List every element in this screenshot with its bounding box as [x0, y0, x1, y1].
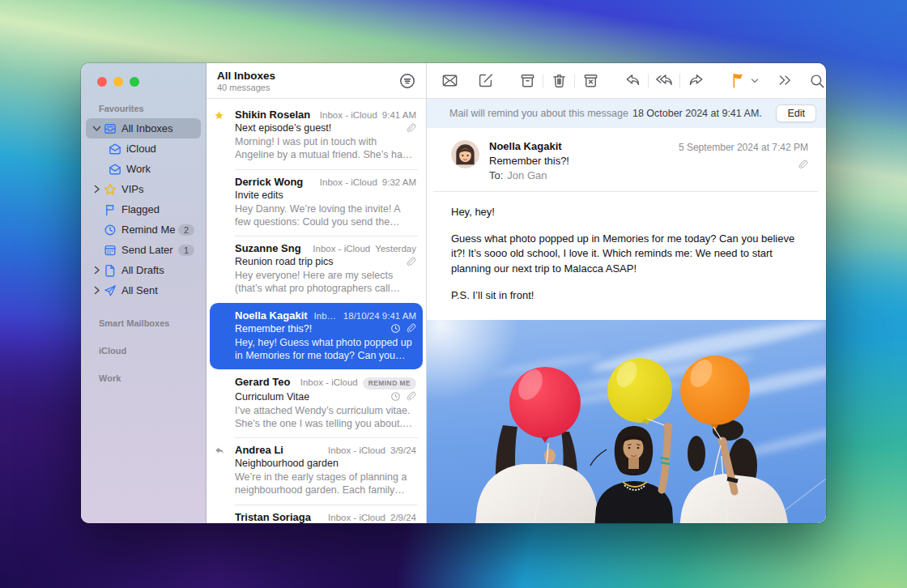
flag-outline-icon: [102, 202, 118, 217]
star-filled-icon: [214, 110, 230, 121]
reply-arrow-icon: [214, 445, 230, 456]
message-row-top: Noella KagakitInbox - iCloud18/10/24 9:4…: [235, 309, 416, 322]
paperclip-icon: [406, 123, 416, 134]
more-icon: [777, 72, 794, 89]
junk-icon: [581, 71, 600, 90]
message-time: 2/9/24: [390, 513, 416, 522]
message-sender: Derrick Wong: [235, 176, 303, 188]
sidebar-item-all-sent[interactable]: All Sent: [86, 280, 201, 300]
message-subject-icons: [390, 391, 416, 402]
remind-me-badge: REMIND ME: [363, 377, 416, 390]
toolbar-separator: [679, 74, 680, 88]
reply-all-icon: [655, 71, 674, 90]
calendar-icon: [102, 243, 118, 258]
reminder-date: 18 October 2024 at 9:41 AM.: [632, 108, 762, 119]
mailbox-sidebar: FavouritesAll InboxesiCloudWorkVIPsFlagg…: [81, 63, 207, 523]
message-rows: Shikin RoselanInbox - iCloud9:41 AMNext …: [207, 99, 426, 523]
message-time: 9:32 AM: [382, 177, 416, 187]
message-sender: Noella Kagakit: [235, 309, 308, 322]
sidebar-item-remind-me[interactable]: Remind Me2: [86, 219, 201, 240]
chevron-right-icon[interactable]: [91, 266, 102, 275]
chevron-right-icon[interactable]: [91, 286, 102, 295]
message-preview: We’re in the early stages of planning a …: [235, 471, 416, 497]
message-row-top: Derrick WongInbox - iCloud9:32 AM: [235, 176, 416, 188]
message-list-header: All Inboxes 40 messages: [207, 63, 426, 99]
edit-reminder-button[interactable]: Edit: [776, 104, 816, 122]
message-preview: Hey Danny. We’re loving the invite! A fe…: [235, 202, 416, 229]
more-button[interactable]: [773, 69, 796, 93]
message-row[interactable]: Shikin RoselanInbox - iCloud9:41 AMNext …: [207, 102, 426, 169]
reminder-text: Mail will remind you about this message: [449, 108, 628, 119]
sidebar-item-flagged[interactable]: Flagged: [86, 199, 201, 219]
clock-icon: [102, 223, 118, 237]
message-preview: Hey everyone! Here are my selects (that’…: [235, 269, 416, 296]
mail-window: FavouritesAll InboxesiCloudWorkVIPsFlagg…: [81, 63, 826, 523]
message-row[interactable]: Noella KagakitInbox - iCloud18/10/24 9:4…: [210, 303, 423, 370]
search-button[interactable]: [806, 69, 826, 93]
message-subject: Remember this?!: [235, 323, 384, 334]
paperclip-icon: [798, 160, 808, 170]
chevron-right-icon[interactable]: [91, 185, 102, 194]
body-paragraph: Hey, hey!: [451, 205, 802, 219]
archive-button[interactable]: [516, 69, 539, 93]
attachment-photo[interactable]: [427, 320, 826, 523]
sidebar-item-label: VIPs: [121, 183, 194, 195]
sidebar-item-vips[interactable]: VIPs: [86, 179, 201, 199]
toolbar-separator: [574, 74, 575, 88]
sidebar-section-header-smart-mailboxes: Smart Mailboxes: [99, 318, 206, 328]
sidebar-item-icloud[interactable]: iCloud: [86, 138, 201, 159]
sidebar-item-send-later[interactable]: Send Later1: [86, 240, 201, 260]
junk-button[interactable]: [579, 69, 602, 93]
flag-chevron-button[interactable]: [749, 69, 760, 93]
document-icon: [102, 263, 118, 278]
unread-count-badge: 2: [178, 224, 194, 236]
message-row[interactable]: Gerard TeoInbox - iCloudREMIND MECurricu…: [207, 369, 426, 437]
get-mail-button[interactable]: [438, 69, 461, 93]
sidebar-item-work[interactable]: Work: [86, 159, 201, 179]
message-sender: Shikin Roselan: [235, 109, 310, 121]
message-row[interactable]: Andrea LiInbox - iCloud3/9/24Neighbourho…: [207, 437, 426, 505]
close-button[interactable]: [97, 77, 107, 87]
message-subject: Reunion road trip pics: [235, 256, 399, 267]
message-row[interactable]: Derrick WongInbox - iCloud9:32 AMInvite …: [207, 169, 426, 236]
message-row-subject: Curriculum Vitae: [235, 391, 416, 403]
message-mailbox: Inbox - iCloud: [328, 513, 385, 522]
reply-all-button[interactable]: [653, 69, 675, 93]
message-preview: Morning! I was put in touch with Angelin…: [235, 135, 416, 162]
reading-pane: Mail will remind you about this message …: [427, 63, 826, 523]
message-row[interactable]: Tristan SoriagaInbox - iCloud2/9/24Las V…: [207, 505, 426, 524]
chevron-down-icon[interactable]: [91, 125, 102, 132]
trash-button[interactable]: [547, 69, 570, 93]
filter-button[interactable]: [397, 70, 418, 92]
paperclip-icon: [406, 323, 416, 334]
message-subject: Next episode’s guest!: [235, 122, 399, 134]
message-row[interactable]: Suzanne SngInbox - iCloudYesterdayReunio…: [207, 236, 426, 303]
flag-icon: [729, 71, 747, 90]
unread-count-badge: 1: [178, 245, 194, 256]
forward-button[interactable]: [684, 69, 707, 93]
paperclip-icon: [406, 391, 416, 402]
zoom-button[interactable]: [130, 77, 139, 87]
message-mailbox: Inbox - iCloud: [313, 244, 370, 254]
paperclip-icon: [406, 257, 416, 267]
message-row-top: Andrea LiInbox - iCloud3/9/24: [235, 444, 416, 456]
recipient-name: Jon Gan: [507, 169, 547, 181]
message-row-subject: Neighbourhood garden: [235, 458, 416, 469]
message-header: Noella Kagakit Remember this?! To:Jon Ga…: [427, 128, 826, 190]
trash-icon: [550, 71, 568, 90]
message-mailbox: Inbox - iCloud: [314, 311, 339, 321]
star-icon: [102, 182, 118, 197]
forward-icon: [687, 71, 705, 90]
reply-button[interactable]: [621, 69, 644, 93]
flag-button[interactable]: [726, 69, 749, 93]
message-subject: Curriculum Vitae: [235, 391, 384, 403]
sidebar-section-header-favourites: Favourites: [99, 104, 206, 113]
paperplane-icon: [102, 283, 118, 298]
message-preview: I’ve attached Wendy’s curriculum vitae. …: [235, 404, 416, 431]
reminder-banner: Mail will remind you about this message …: [427, 99, 826, 128]
sidebar-item-all-inboxes[interactable]: All Inboxes: [86, 118, 201, 138]
compose-button[interactable]: [474, 69, 496, 93]
sidebar-item-all-drafts[interactable]: All Drafts: [86, 260, 201, 280]
minimize-button[interactable]: [113, 77, 123, 87]
message-row-top: Gerard TeoInbox - iCloudREMIND ME: [235, 376, 416, 390]
